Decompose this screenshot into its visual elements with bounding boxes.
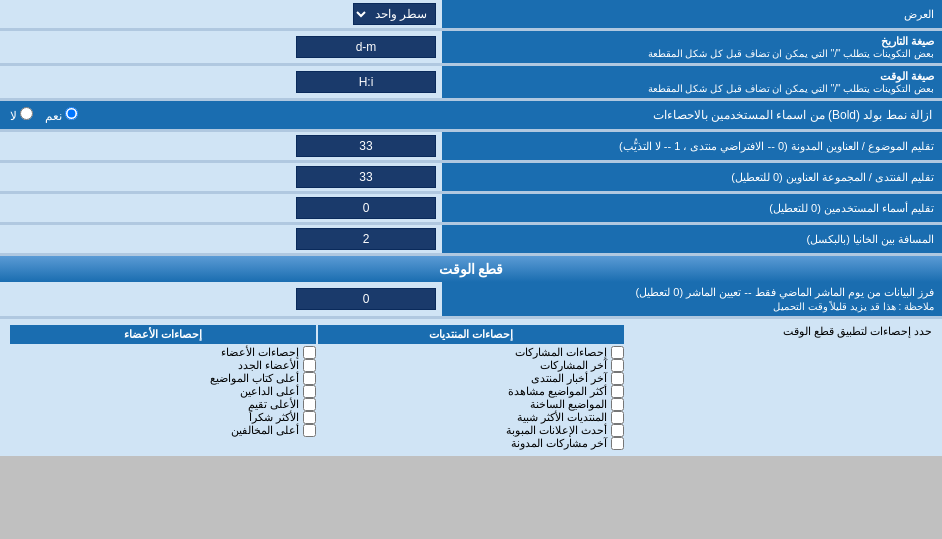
stats-col-forums: إحصاءات المنتديات إحصاءات المشاركات آخر … [318, 325, 624, 450]
cb-item: إحصاءات المشاركات [318, 346, 624, 359]
cb-item: الأكثر شكراً [10, 411, 316, 424]
stats-section: حدد إحصاءات لتطبيق قطع الوقت إحصاءات الم… [0, 319, 942, 456]
bold-remove-label: ازالة نمط بولد (Bold) من اسماء المستخدمي… [192, 107, 932, 123]
cb-item: المواضيع الساخنة [318, 398, 624, 411]
username-count-input[interactable] [296, 197, 436, 219]
time-format-label: صيغة الوقت بعض التكوينات يتطلب "/" التي … [442, 66, 942, 98]
cb-posts-stats[interactable] [611, 346, 624, 359]
cb-item: الأعضاء الجدد [10, 359, 316, 372]
cb-item: أكثر المواضيع مشاهدة [318, 385, 624, 398]
cb-item: أعلى الداعين [10, 385, 316, 398]
gap-label: المسافة بين الخانيا (بالبكسل) [442, 225, 942, 253]
date-format-cell [0, 31, 442, 63]
cb-classifieds[interactable] [611, 424, 624, 437]
cb-last-posts[interactable] [611, 359, 624, 372]
cb-forum-news[interactable] [611, 372, 624, 385]
time-format-input[interactable] [296, 71, 436, 93]
cb-members-stats[interactable] [303, 346, 316, 359]
radio-yes[interactable] [65, 107, 78, 120]
cb-item: الأعلى تقيم [10, 398, 316, 411]
stats-col-members: إحصاءات الأعضاء إحصاءات الأعضاء الأعضاء … [10, 325, 316, 450]
cb-hot-topics[interactable] [611, 398, 624, 411]
cb-top-rated[interactable] [303, 398, 316, 411]
gap-cell [0, 225, 442, 253]
cb-item: إحصاءات الأعضاء [10, 346, 316, 359]
date-format-input[interactable] [296, 36, 436, 58]
time-cut-input[interactable] [296, 288, 436, 310]
cb-blog-posts[interactable] [611, 437, 624, 450]
cb-most-thanks[interactable] [303, 411, 316, 424]
cb-popular-forums[interactable] [611, 411, 624, 424]
cb-item: أحدث الإعلانات المبوبة [318, 424, 624, 437]
cb-item: أعلى المخالفين [10, 424, 316, 437]
cb-top-inviters[interactable] [303, 385, 316, 398]
time-cut-cell [0, 282, 442, 316]
display-input-cell: سطر واحد [0, 0, 442, 28]
cb-item: أعلى كتاب المواضيع [10, 372, 316, 385]
cb-top-posters[interactable] [303, 372, 316, 385]
display-dropdown[interactable]: سطر واحد [353, 3, 436, 25]
time-format-cell [0, 66, 442, 98]
limit-label: حدد إحصاءات لتطبيق قطع الوقت [626, 325, 932, 450]
date-format-label: صيغة التاريخ بعض التكوينات يتطلب "/" الت… [442, 31, 942, 63]
forum-count-label: تقليم الفنتدى / المجموعة العناوين (0 للت… [442, 163, 942, 191]
forum-count-cell [0, 163, 442, 191]
cb-item: آخر مشاركات المدونة [318, 437, 624, 450]
topic-count-input[interactable] [296, 135, 436, 157]
display-label: العرض [442, 0, 942, 28]
bold-remove-row: ازالة نمط بولد (Bold) من اسماء المستخدمي… [0, 101, 942, 129]
forums-col-header: إحصاءات المنتديات [318, 325, 624, 344]
members-col-header: إحصاءات الأعضاء [10, 325, 316, 344]
cb-item: آخر أخبار المنتدى [318, 372, 624, 385]
username-count-label: تقليم أسماء المستخدمين (0 للتعطيل) [442, 194, 942, 222]
topic-count-cell [0, 132, 442, 160]
cb-most-viewed[interactable] [611, 385, 624, 398]
radio-no[interactable] [20, 107, 33, 120]
cb-top-violations[interactable] [303, 424, 316, 437]
time-cut-label: فرز البيانات من يوم الماشر الماضي فقط --… [442, 282, 942, 316]
bold-remove-options: نعم لا [10, 107, 190, 123]
cb-item: المنتديات الأكثر شبية [318, 411, 624, 424]
radio-yes-label[interactable]: نعم [41, 109, 78, 123]
cb-item: آخر المشاركات [318, 359, 624, 372]
radio-no-label[interactable]: لا [10, 109, 33, 123]
time-cut-header: قطع الوقت [0, 256, 942, 282]
topic-count-label: تقليم الموضوع / العناوين المدونة (0 -- ا… [442, 132, 942, 160]
forum-count-input[interactable] [296, 166, 436, 188]
cb-new-members[interactable] [303, 359, 316, 372]
gap-input[interactable] [296, 228, 436, 250]
username-count-cell [0, 194, 442, 222]
